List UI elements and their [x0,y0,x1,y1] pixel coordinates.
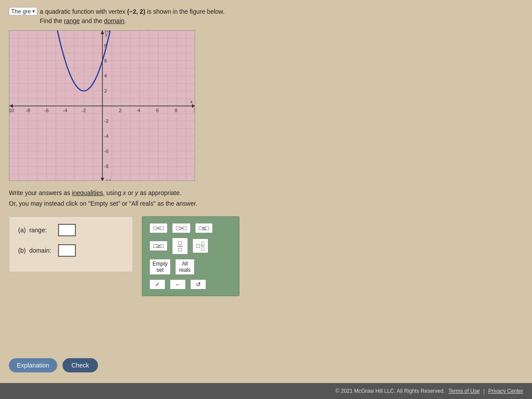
symbol-panel: □<□ □>□ □≤□ □≥□ □ □ □ □ □ [142,216,239,297]
instruction-line2: Or, you may instead click on "Empty set"… [9,199,523,209]
instructions: Write your answers as inequalities, usin… [9,188,523,209]
domain-row: (b) domain: [18,244,124,257]
range-row: (a) range: [18,224,124,236]
domain-label: (b) domain: [18,247,54,254]
symbol-row-3: Emptyset Allreals [149,259,232,275]
symbol-row-1: □<□ □>□ □≤□ [149,223,232,233]
main-content: The gre ▾ a quadratic function with vert… [0,0,532,399]
refresh-btn[interactable]: ↺ [190,279,206,289]
terms-of-use-link[interactable]: Terms of Use [448,388,480,394]
domain-input-box[interactable] [58,244,76,257]
extra-row: ✓ ← ↺ [149,279,232,289]
all-reals-btn[interactable]: Allreals [175,259,195,275]
checkmark-btn[interactable]: ✓ [149,279,165,289]
graph-container [9,30,195,181]
symbol-row-2: □≥□ □ □ □ □ □ [149,238,232,255]
problem-header: The gre ▾ a quadratic function with vert… [9,7,523,26]
explanation-button[interactable]: Explanation [9,358,57,372]
footer-separator: | [483,388,485,394]
range-label: (a) range: [18,227,54,234]
dropdown-label: The gre [11,8,31,15]
header-line1: a quadratic function with vertex (−2, 2)… [40,7,225,16]
problem-description: a quadratic function with vertex (−2, 2)… [40,7,225,26]
answer-section: (a) range: (b) domain: □<□ □>□ □≤□ □≥□ □ [9,216,523,297]
privacy-center-link[interactable]: Privacy Center [488,388,523,394]
answer-inputs: (a) range: (b) domain: [9,216,133,272]
chevron-down-icon: ▾ [32,8,35,14]
greater-than-btn[interactable]: □>□ [172,223,190,233]
range-input-box[interactable] [58,224,76,236]
graph-canvas [9,31,195,181]
the-graph-dropdown[interactable]: The gre ▾ [9,7,37,16]
instruction-line1: Write your answers as inequalities, usin… [9,188,523,199]
less-than-btn[interactable]: □<□ [149,223,168,233]
bottom-bar: Explanation Check [0,358,532,372]
mixed-fraction-btn[interactable]: □ □ □ [192,239,209,253]
fraction-btn[interactable]: □ □ [172,238,188,255]
back-btn[interactable]: ← [170,279,186,289]
copyright-text: © 2021 McGraw Hill LLC. All Rights Reser… [336,388,445,394]
header-line2: Find the range and the domain. [40,16,225,26]
footer: © 2021 McGraw Hill LLC. All Rights Reser… [0,383,532,399]
empty-set-btn[interactable]: Emptyset [149,259,171,275]
check-button[interactable]: Check [63,358,98,372]
greater-equal-btn[interactable]: □≥□ [149,241,168,251]
less-equal-btn[interactable]: □≤□ [195,223,213,233]
